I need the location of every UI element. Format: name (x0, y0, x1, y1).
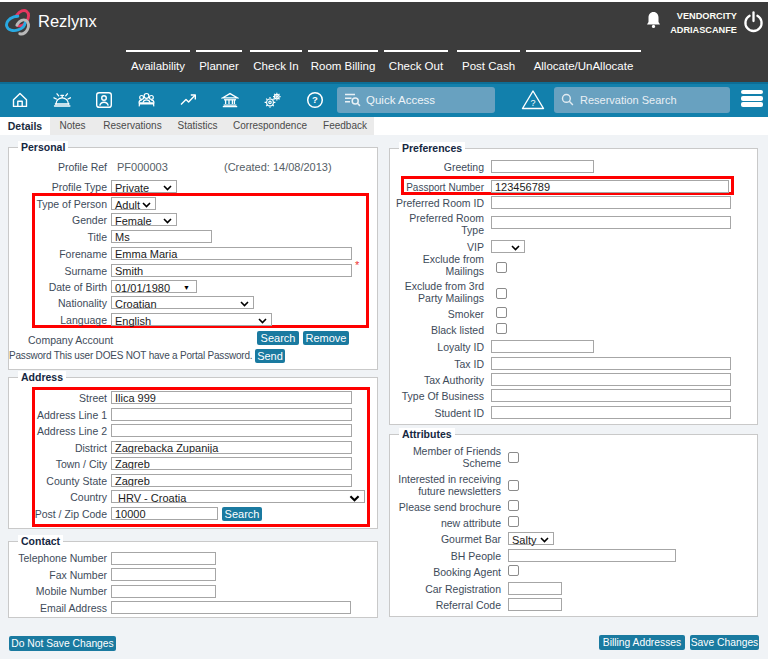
svg-text:?: ? (312, 94, 318, 105)
svg-text:?: ? (530, 98, 535, 108)
